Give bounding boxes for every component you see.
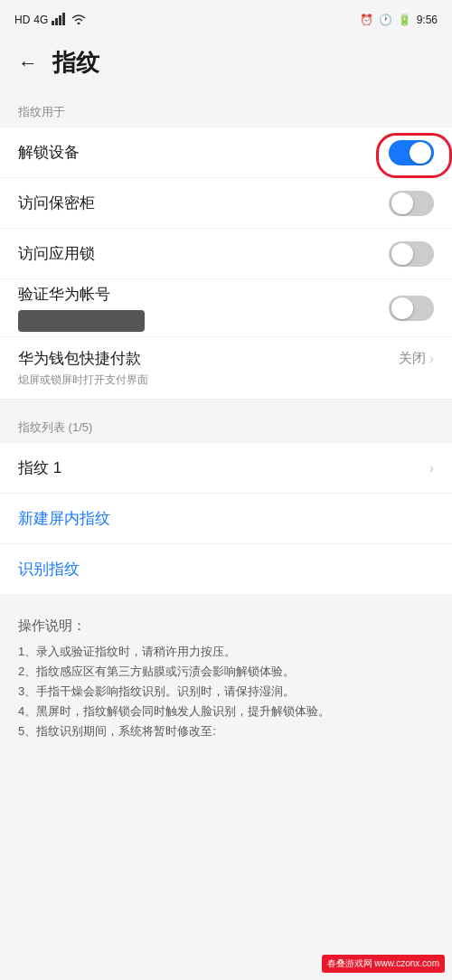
add-fingerprint-button[interactable]: 新建屏内指纹 — [0, 494, 452, 544]
vault-toggle-knob — [391, 193, 413, 214]
used-for-label: 指纹用于 — [0, 93, 452, 127]
hd-icon: HD — [14, 14, 30, 26]
status-bar: HD 4G ⏰ 🕐 🔋 9:56 — [0, 0, 452, 40]
wallet-chevron: › — [429, 351, 434, 367]
unlock-device-toggle[interactable] — [389, 140, 434, 165]
clock-icon: 🕐 — [379, 14, 392, 26]
wifi-icon — [71, 14, 86, 27]
divider-1 — [0, 400, 452, 409]
vault-label: 访问保密柜 — [18, 193, 95, 213]
vault-toggle[interactable] — [389, 191, 434, 216]
status-left-icons: HD 4G — [14, 13, 86, 28]
svg-rect-3 — [62, 13, 65, 25]
instruction-2: 2、指纹感应区有第三方贴膜或污渍会影响解锁体验。 — [18, 662, 434, 682]
instruction-1: 1、录入或验证指纹时，请稍许用力按压。 — [18, 642, 434, 662]
toggle-knob — [410, 142, 431, 164]
fingerprint-use-group: 解锁设备 访问保密柜 访问应用锁 验证华为帐号 华为钱包快捷付款 — [0, 127, 452, 400]
huaweiid-label: 验证华为帐号 — [18, 284, 145, 305]
identify-fingerprint-button[interactable]: 识别指纹 — [0, 544, 452, 594]
fingerprint-list-label: 指纹列表 (1/5) — [0, 409, 452, 443]
applock-item: 访问应用锁 — [0, 229, 452, 279]
page-title: 指纹 — [52, 47, 99, 79]
fingerprint-1-label: 指纹 1 — [18, 457, 61, 478]
wallet-subtitle: 熄屏或锁屏时打开支付界面 — [18, 372, 434, 388]
wallet-payment-item[interactable]: 华为钱包快捷付款 关闭 › 熄屏或锁屏时打开支付界面 — [0, 337, 452, 400]
unlock-device-label: 解锁设备 — [18, 142, 80, 163]
time-display: 9:56 — [417, 14, 438, 26]
instructions-title: 操作说明： — [18, 617, 434, 635]
status-right-icons: ⏰ 🕐 🔋 9:56 — [360, 14, 438, 26]
applock-label: 访问应用锁 — [18, 243, 95, 264]
wallet-close-status: 关闭 › — [399, 350, 434, 367]
instruction-4: 4、黑屏时，指纹解锁会同时触发人脸识别，提升解锁体验。 — [18, 702, 434, 721]
back-button[interactable]: ← — [18, 52, 38, 75]
wallet-title: 华为钱包快捷付款 — [18, 348, 141, 369]
divider-2 — [0, 594, 452, 603]
huaweiid-toggle[interactable] — [389, 296, 434, 321]
battery-icon: 🔋 — [398, 14, 411, 26]
alarm-icon: ⏰ — [360, 14, 373, 26]
svg-rect-0 — [52, 21, 54, 25]
huaweiid-toggle-knob — [391, 297, 413, 319]
wallet-header: 华为钱包快捷付款 关闭 › — [18, 348, 434, 369]
applock-toggle-knob — [391, 243, 413, 265]
signal-bars — [52, 13, 68, 28]
svg-point-4 — [78, 22, 80, 24]
instruction-3: 3、手指干燥会影响指纹识别。识别时，请保持湿润。 — [18, 682, 434, 702]
svg-rect-2 — [59, 15, 61, 25]
applock-toggle[interactable] — [389, 241, 434, 267]
huaweiid-item: 验证华为帐号 — [0, 279, 452, 337]
vault-item: 访问保密柜 — [0, 178, 452, 229]
svg-rect-1 — [55, 18, 58, 25]
instructions-section: 操作说明： 1、录入或验证指纹时，请稍许用力按压。 2、指纹感应区有第三方贴膜或… — [0, 603, 452, 756]
wallet-status-label: 关闭 — [399, 350, 426, 367]
instruction-5: 5、指纹识别期间，系统将暂时修改至: — [18, 721, 434, 741]
redacted-bar — [18, 310, 145, 332]
unlock-device-item: 解锁设备 — [0, 127, 452, 178]
signal-4g: 4G — [33, 14, 48, 26]
page-header: ← 指纹 — [0, 40, 452, 93]
watermark: 春叠游戏网 www.czonx.com — [322, 955, 445, 973]
unlock-toggle-wrapper — [389, 140, 434, 165]
huaweiid-content: 验证华为帐号 — [18, 284, 145, 332]
fingerprint-1-item[interactable]: 指纹 1 › — [0, 443, 452, 494]
fingerprint-1-chevron: › — [429, 460, 434, 476]
